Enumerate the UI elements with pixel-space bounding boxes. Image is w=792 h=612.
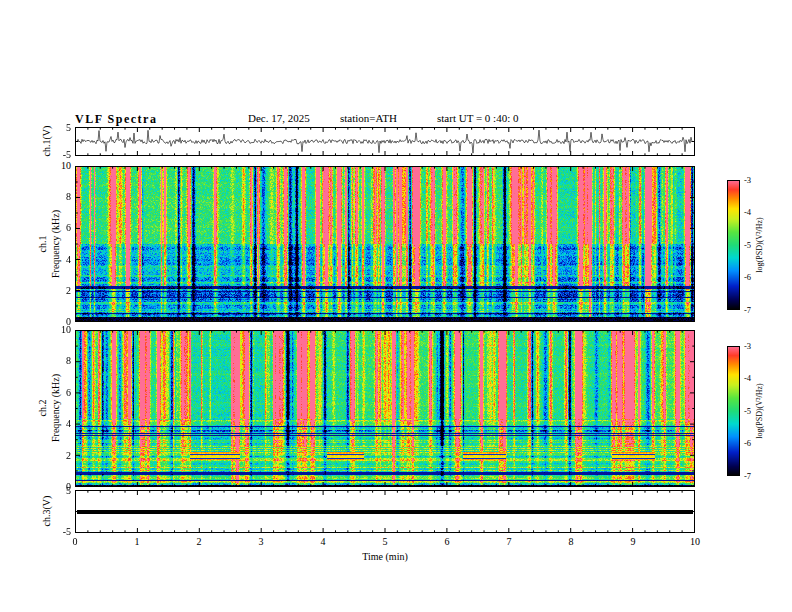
ch3-waveform-canvas	[75, 490, 695, 533]
ch2-spec-frequency-label: Frequency (kHz)	[50, 374, 61, 442]
x-tick-label: 8	[559, 537, 583, 547]
colorbar-tick-label: -6	[744, 273, 751, 282]
x-tick-label: 5	[373, 537, 397, 547]
y-tick-label: -5	[49, 527, 71, 537]
y-tick-label: 4	[49, 419, 71, 429]
ch1-spec-channel-label: ch.1	[37, 236, 48, 253]
x-tick-label: 10	[683, 537, 707, 547]
colorbar-tick-label: -6	[744, 439, 751, 448]
header-date: Dec. 17, 2025	[248, 112, 310, 124]
colorbar-tick-label: -4	[744, 374, 751, 383]
colorbar1	[727, 180, 740, 310]
header-station: station=ATH	[340, 112, 397, 124]
ch2-spec-channel-label: ch.2	[37, 400, 48, 417]
colorbar-tick-label: -7	[744, 306, 751, 315]
x-tick-label: 2	[187, 537, 211, 547]
ch3-voltage-ylabel: ch.3(V)	[41, 496, 52, 527]
y-tick-label: 8	[49, 356, 71, 366]
colorbar-tick-label: -5	[744, 241, 751, 250]
x-tick-label: 9	[621, 537, 645, 547]
y-tick-label: 6	[49, 388, 71, 398]
y-tick-label: 5	[49, 123, 71, 133]
y-tick-label: 4	[49, 255, 71, 265]
y-tick-label: 2	[49, 286, 71, 296]
ch2-spectrogram-canvas	[75, 330, 695, 487]
colorbar-tick-label: -3	[744, 342, 751, 351]
ch1-spectrogram-canvas	[75, 166, 695, 322]
ch1-waveform-canvas	[75, 127, 695, 156]
colorbar2	[727, 346, 740, 476]
x-tick-label: 1	[125, 537, 149, 547]
y-tick-label: 2	[49, 451, 71, 461]
figure-title: VLF Spectra	[75, 112, 157, 127]
x-tick-label: 0	[63, 537, 87, 547]
colorbar-tick-label: -3	[744, 176, 751, 185]
x-axis-label: Time (min)	[345, 551, 425, 562]
colorbar-tick-label: -4	[744, 208, 751, 217]
colorbar1-unit-label: log(PSD)(V²/Hz)	[755, 217, 764, 272]
y-tick-label: 8	[49, 192, 71, 202]
y-tick-label: 10	[49, 161, 71, 171]
x-tick-label: 7	[497, 537, 521, 547]
colorbar2-unit-label: log(PSD)(V²/Hz)	[755, 383, 764, 438]
x-tick-label: 3	[249, 537, 273, 547]
colorbar-tick-label: -5	[744, 407, 751, 416]
y-tick-label: 10	[49, 325, 71, 335]
ch1-spec-frequency-label: Frequency (kHz)	[50, 210, 61, 278]
colorbar-tick-label: -7	[744, 472, 751, 481]
y-tick-label: 6	[49, 223, 71, 233]
vlf-spectra-figure: VLF Spectra Dec. 17, 2025 station=ATH st…	[0, 0, 792, 612]
x-tick-label: 4	[311, 537, 335, 547]
y-tick-label: -5	[49, 150, 71, 160]
x-tick-label: 6	[435, 537, 459, 547]
header-start-ut: start UT = 0 :40: 0	[437, 112, 518, 124]
y-tick-label: 5	[49, 486, 71, 496]
